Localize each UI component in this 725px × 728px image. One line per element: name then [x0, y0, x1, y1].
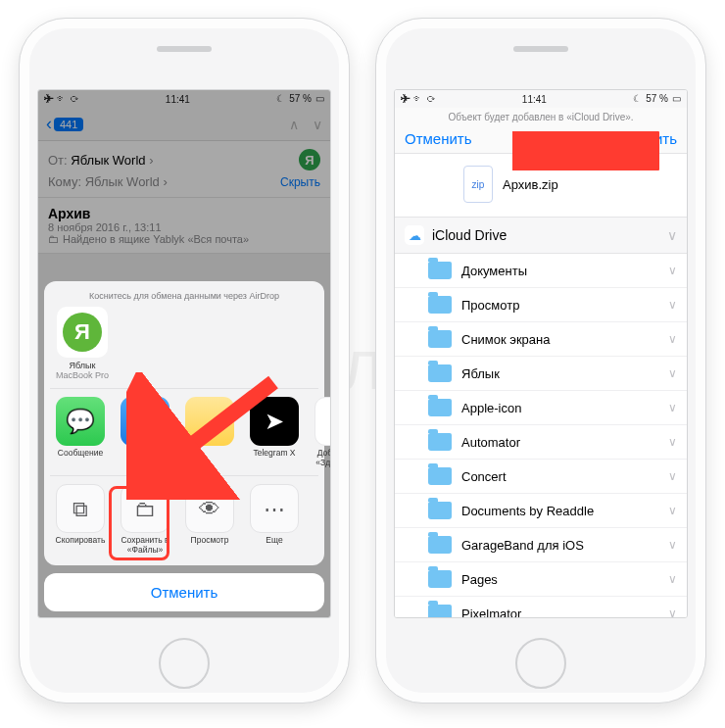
folder-icon [428, 296, 452, 314]
share-action-0[interactable]: ⧉Скопировать [52, 484, 109, 556]
folder-row[interactable]: GarageBand для iOS ∨ [395, 528, 687, 562]
share-app-3[interactable]: ➤Telegram X [246, 397, 303, 468]
folder-icon [428, 536, 452, 554]
folder-name: Яблык [461, 366, 500, 381]
cancel-button[interactable]: Отменить [405, 130, 472, 147]
file-type-icon: zip [463, 166, 493, 203]
folder-name: Automator [461, 435, 520, 450]
chevron-right-icon: ∨ [668, 366, 677, 380]
screen-left: ✈ ᯤ ⟳ 11:41 ☾ 57 % ▭ ‹ 441 ∧ ∨ [37, 89, 331, 618]
share-action-2[interactable]: 👁Просмотр [181, 484, 238, 556]
share-app-4[interactable]: ♥Добавить в «Здоровье» [311, 397, 331, 468]
folder-row[interactable]: Документы ∨ [395, 254, 687, 288]
chevron-right-icon: ∨ [668, 264, 677, 277]
folder-name: Pages [461, 572, 498, 587]
share-sheet: Коснитесь для обмена данными через AirDr… [44, 281, 324, 611]
folder-name: GarageBand для iOS [461, 538, 584, 553]
app-icon: ♥ [314, 397, 331, 446]
folder-icon [428, 467, 452, 485]
chevron-down-icon: ∨ [667, 227, 677, 243]
app-label: Почта [117, 449, 173, 459]
folder-icon [428, 262, 452, 279]
battery-text: 57 % [646, 94, 668, 104]
chevron-right-icon: ∨ [668, 298, 677, 312]
folder-row[interactable]: Яблык ∨ [395, 357, 687, 391]
save-navbar: Отменить Добавить [395, 124, 687, 154]
airdrop-device: MacBook Pro [54, 370, 111, 380]
phone-speaker [157, 46, 212, 52]
moon-icon: ☾ [633, 94, 642, 104]
folder-row[interactable]: Documents by Readdle ∨ [395, 494, 687, 528]
folder-icon [428, 570, 452, 588]
share-app-1[interactable]: ✉Почта [117, 397, 173, 468]
battery-icon: ▭ [672, 94, 681, 104]
share-app-2[interactable] [181, 397, 238, 468]
folder-name: Apple-icon [461, 401, 521, 415]
app-icon: ➤ [250, 397, 299, 446]
folder-row[interactable]: Pixelmator ∨ [395, 597, 687, 618]
folder-icon [428, 364, 452, 382]
airdrop-avatar: Я [63, 313, 102, 352]
file-name: Архив.zip [503, 177, 558, 192]
file-preview: zip Архив.zip [395, 154, 687, 218]
chevron-right-icon: ∨ [668, 332, 677, 346]
cloud-icon: ☁ [405, 225, 424, 245]
status-time: 11:41 [522, 94, 547, 105]
folder-icon [428, 433, 452, 451]
folder-icon [428, 330, 452, 348]
action-label: Просмотр [181, 536, 238, 546]
status-bar: ✈ ᯤ ⟳ 11:41 ☾ 57 % ▭ [395, 90, 687, 108]
action-label: Еще [246, 536, 303, 546]
action-icon: 👁 [185, 484, 234, 533]
app-label: Telegram X [246, 449, 303, 459]
chevron-right-icon: ∨ [668, 504, 677, 517]
phone-left: ✈ ᯤ ⟳ 11:41 ☾ 57 % ▭ ‹ 441 ∧ ∨ [19, 18, 350, 704]
app-icon [185, 397, 234, 446]
share-action-3[interactable]: ⋯Еще [246, 484, 303, 556]
share-action-1[interactable]: 🗀Сохранить в «Файлы» [117, 484, 173, 556]
phone-right: ✈ ᯤ ⟳ 11:41 ☾ 57 % ▭ Объект будет добавл… [375, 18, 706, 704]
location-icloud-drive[interactable]: ☁ iCloud Drive ∨ [395, 218, 687, 254]
folder-name: Concert [461, 469, 507, 484]
home-button[interactable] [159, 638, 210, 689]
airdrop-target[interactable]: Я Яблык MacBook Pro [54, 307, 111, 380]
folder-row[interactable]: Просмотр ∨ [395, 288, 687, 322]
chevron-right-icon: ∨ [668, 538, 677, 552]
cancel-button[interactable]: Отменить [44, 573, 324, 611]
chevron-right-icon: ∨ [668, 401, 677, 414]
airdrop-hint: Коснитесь для обмена данными через AirDr… [50, 291, 318, 301]
folder-row[interactable]: Pages ∨ [395, 562, 687, 597]
folder-icon [428, 502, 452, 519]
add-button[interactable]: Добавить [612, 130, 677, 147]
chevron-right-icon: ∨ [668, 435, 677, 449]
phone-speaker [513, 46, 568, 52]
app-icon: 💬 [56, 397, 105, 446]
chevron-right-icon: ∨ [668, 572, 677, 586]
share-app-0[interactable]: 💬Сообщение [52, 397, 109, 468]
status-left-icons: ✈ ᯤ ⟳ [401, 94, 436, 104]
folder-icon [428, 399, 452, 416]
folder-name: Снимок экрана [461, 332, 551, 347]
save-subtitle: Объект будет добавлен в «iCloud Drive». [395, 108, 687, 124]
location-label: iCloud Drive [432, 227, 507, 243]
action-icon: ⋯ [250, 484, 299, 533]
folder-row[interactable]: Снимок экрана ∨ [395, 322, 687, 357]
folder-name: Pixelmator [461, 607, 521, 619]
airdrop-name: Яблык [54, 361, 111, 370]
action-icon: 🗀 [121, 484, 169, 533]
folder-name: Documents by Readdle [461, 504, 594, 518]
folder-row[interactable]: Automator ∨ [395, 425, 687, 460]
folder-row[interactable]: Concert ∨ [395, 460, 687, 494]
folder-row[interactable]: Apple-icon ∨ [395, 391, 687, 425]
app-icon: ✉ [121, 397, 169, 446]
home-button[interactable] [515, 638, 566, 689]
folder-name: Документы [461, 264, 527, 278]
chevron-right-icon: ∨ [668, 607, 677, 618]
action-label: Сохранить в «Файлы» [117, 536, 173, 556]
chevron-right-icon: ∨ [668, 469, 677, 483]
action-icon: ⧉ [56, 484, 105, 533]
folder-name: Просмотр [461, 298, 519, 313]
screen-right: ✈ ᯤ ⟳ 11:41 ☾ 57 % ▭ Объект будет добавл… [394, 89, 688, 618]
app-label: Добавить в «Здоровье» [311, 449, 331, 468]
app-label: Сообщение [52, 449, 109, 459]
